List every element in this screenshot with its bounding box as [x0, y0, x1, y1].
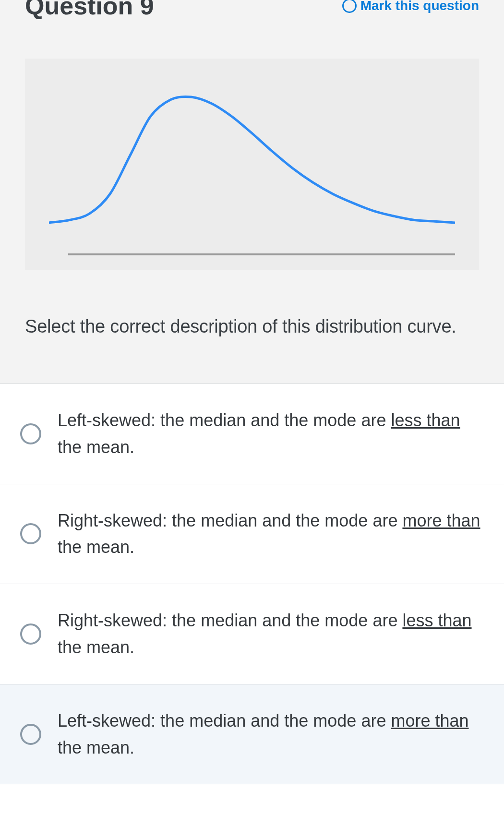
answer-suffix: the mean. [58, 537, 134, 557]
header-row: Question 9 Mark this question [25, 0, 479, 25]
answer-underlined: more than [391, 711, 468, 731]
answer-text: Right-skewed: the median and the mode ar… [58, 507, 484, 561]
answer-option-4[interactable]: Left-skewed: the median and the mode are… [0, 684, 504, 785]
mark-question-button[interactable]: Mark this question [342, 0, 479, 13]
answer-underlined: less than [402, 611, 471, 630]
mark-question-label: Mark this question [360, 0, 479, 13]
answer-text: Left-skewed: the median and the mode are… [58, 407, 484, 461]
radio-icon [20, 724, 41, 745]
answer-prefix: Left-skewed: the median and the mode are [58, 410, 391, 430]
radio-icon [20, 523, 41, 544]
answer-prefix: Right-skewed: the median and the mode ar… [58, 611, 402, 630]
answer-options: Left-skewed: the median and the mode are… [0, 384, 504, 784]
answer-suffix: the mean. [58, 637, 134, 657]
question-header-section: Question 9 Mark this question Select the… [0, 0, 504, 384]
answer-underlined: more than [402, 511, 480, 530]
answer-option-2[interactable]: Right-skewed: the median and the mode ar… [0, 484, 504, 585]
answer-prefix: Right-skewed: the median and the mode ar… [58, 511, 402, 530]
answer-suffix: the mean. [58, 738, 134, 757]
distribution-curve [49, 96, 455, 223]
circle-icon [342, 0, 357, 13]
answer-text: Right-skewed: the median and the mode ar… [58, 607, 484, 661]
question-title: Question 9 [25, 0, 154, 18]
answer-text: Left-skewed: the median and the mode are… [58, 707, 484, 761]
distribution-chart [49, 92, 455, 255]
answer-option-1[interactable]: Left-skewed: the median and the mode are… [0, 384, 504, 484]
curve-svg [49, 92, 455, 236]
radio-icon [20, 423, 41, 444]
question-prompt: Select the correct description of this d… [25, 313, 479, 340]
answer-underlined: less than [391, 410, 460, 430]
x-axis-line [68, 253, 455, 255]
chart-panel [25, 59, 479, 270]
answer-prefix: Left-skewed: the median and the mode are [58, 711, 391, 731]
radio-icon [20, 623, 41, 645]
answer-option-3[interactable]: Right-skewed: the median and the mode ar… [0, 584, 504, 684]
answer-suffix: the mean. [58, 437, 134, 457]
